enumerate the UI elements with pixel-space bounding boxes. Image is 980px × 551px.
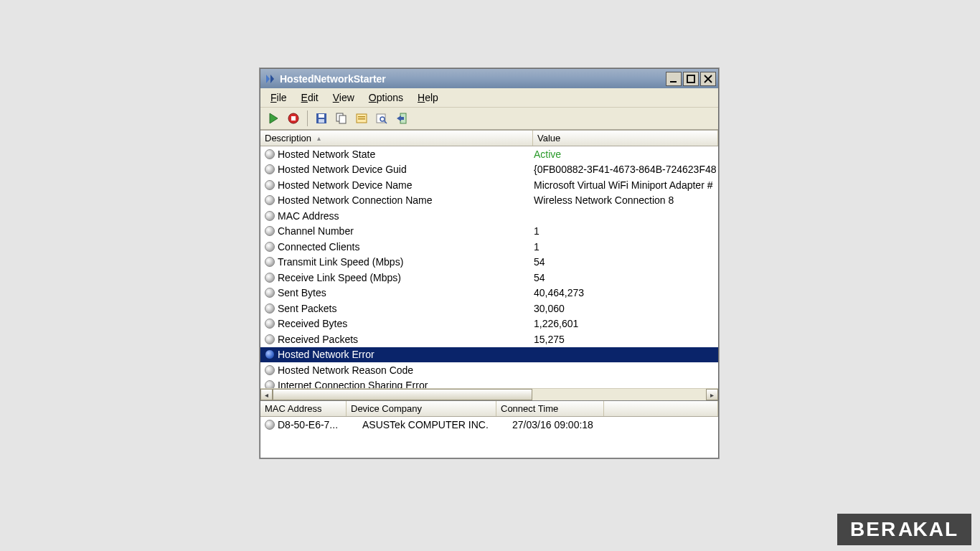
toolbar <box>260 107 718 130</box>
bullet-icon <box>265 420 275 430</box>
close-button[interactable] <box>700 72 716 86</box>
property-list: Description ▴ Value Hosted Network State… <box>260 130 718 400</box>
scroll-left-button[interactable]: ◂ <box>260 389 273 400</box>
column-mac[interactable]: MAC Address <box>260 401 347 416</box>
row-value: 30,060 <box>534 303 718 314</box>
app-window: HostedNetworkStarter File Edit View Opti… <box>260 68 719 458</box>
play-icon[interactable] <box>265 110 282 127</box>
exit-icon[interactable] <box>393 110 410 127</box>
row-description: Received Packets <box>278 334 534 345</box>
bullet-icon <box>265 149 275 159</box>
scroll-thumb[interactable] <box>273 389 532 400</box>
save-icon[interactable] <box>313 110 330 127</box>
row-description: Hosted Network State <box>278 149 534 160</box>
svg-rect-11 <box>358 118 365 120</box>
row-description: Sent Bytes <box>278 287 534 298</box>
table-row[interactable]: Internet Connection Sharing Error <box>260 378 718 389</box>
svg-rect-1 <box>687 75 694 83</box>
table-row[interactable]: Channel Number1 <box>260 224 718 240</box>
list-body[interactable]: Hosted Network StateActiveHosted Network… <box>260 146 718 388</box>
column-value[interactable]: Value <box>533 131 718 146</box>
table-row[interactable]: Hosted Network Device NameMicrosoft Virt… <box>260 177 718 193</box>
horizontal-scrollbar[interactable]: ◂ ▸ <box>260 388 718 400</box>
scroll-track[interactable] <box>273 389 706 400</box>
row-value: Wireless Network Connection 8 <box>534 194 718 206</box>
scroll-right-button[interactable]: ▸ <box>706 389 718 400</box>
table-row[interactable]: Received Bytes1,226,601 <box>260 316 718 332</box>
bullet-icon <box>265 180 275 190</box>
table-row[interactable]: Hosted Network Connection NameWireless N… <box>260 193 718 209</box>
svg-rect-6 <box>319 119 324 123</box>
column-company[interactable]: Device Company <box>347 401 496 416</box>
client-time: 27/03/16 09:00:18 <box>512 419 620 430</box>
table-row[interactable]: Transmit Link Speed (Mbps)54 <box>260 255 718 270</box>
row-description: Hosted Network Device Name <box>278 179 534 191</box>
bullet-icon <box>265 226 275 236</box>
minimize-button[interactable] <box>666 72 682 86</box>
menubar: File Edit View Options Help <box>260 88 718 107</box>
menu-file[interactable]: File <box>263 90 294 105</box>
properties-icon[interactable] <box>353 110 370 127</box>
bullet-icon <box>265 334 275 344</box>
bullet-icon <box>265 242 275 252</box>
list-header: Description ▴ Value <box>260 131 718 146</box>
row-value: 15,275 <box>534 334 718 345</box>
row-description: Channel Number <box>278 225 534 237</box>
row-value: Microsoft Virtual WiFi Miniport Adapter … <box>534 179 718 191</box>
bullet-icon <box>265 380 275 388</box>
table-row[interactable]: Hosted Network Error <box>260 347 718 363</box>
titlebar[interactable]: HostedNetworkStarter <box>260 69 718 88</box>
row-description: Internet Connection Sharing Error <box>278 380 534 388</box>
clients-header: MAC Address Device Company Connect Time <box>260 401 718 417</box>
column-spacer <box>604 401 718 416</box>
menu-options[interactable]: Options <box>362 90 410 105</box>
row-description: Hosted Network Error <box>278 349 534 360</box>
row-value: Active <box>534 149 718 160</box>
find-icon[interactable] <box>373 110 390 127</box>
toolbar-separator <box>307 110 308 126</box>
window-title: HostedNetworkStarter <box>280 73 666 85</box>
menu-help[interactable]: Help <box>410 90 446 105</box>
row-description: Hosted Network Device Guid <box>278 164 534 175</box>
stop-icon[interactable] <box>285 110 302 127</box>
row-value: 1,226,601 <box>534 318 718 329</box>
bullet-icon <box>265 288 275 298</box>
row-description: MAC Address <box>278 210 534 222</box>
bullet-icon <box>265 195 275 205</box>
table-row[interactable]: Received Packets15,275 <box>260 331 718 347</box>
clients-body[interactable]: D8-50-E6-7...ASUSTek COMPUTER INC.27/03/… <box>260 417 718 433</box>
row-value: 1 <box>534 241 718 253</box>
table-row[interactable]: Hosted Network Device Guid{0FB00882-3F41… <box>260 162 718 178</box>
row-description: Transmit Link Speed (Mbps) <box>278 256 534 268</box>
bullet-icon <box>265 349 275 359</box>
bullet-icon <box>265 257 275 267</box>
column-time[interactable]: Connect Time <box>496 401 604 416</box>
row-value: {0FB00882-3F41-4673-864B-724623F48 <box>534 164 718 175</box>
app-icon <box>264 73 275 85</box>
menu-edit[interactable]: Edit <box>294 90 326 105</box>
row-value: 1 <box>534 225 718 237</box>
svg-rect-8 <box>339 116 346 123</box>
bullet-icon <box>265 319 275 329</box>
table-row[interactable]: MAC Address <box>260 208 718 224</box>
table-row[interactable]: Sent Packets30,060 <box>260 301 718 316</box>
client-row[interactable]: D8-50-E6-7...ASUSTek COMPUTER INC.27/03/… <box>260 417 718 433</box>
svg-rect-5 <box>319 114 324 118</box>
table-row[interactable]: Hosted Network Reason Code <box>260 362 718 378</box>
table-row[interactable]: Connected Clients1 <box>260 239 718 255</box>
row-value: 54 <box>534 272 718 283</box>
sort-indicator-icon: ▴ <box>317 134 321 142</box>
menu-view[interactable]: View <box>326 90 362 105</box>
row-description: Receive Link Speed (Mbps) <box>278 272 534 283</box>
table-row[interactable]: Sent Bytes40,464,273 <box>260 286 718 301</box>
copy-icon[interactable] <box>333 110 350 127</box>
table-row[interactable]: Receive Link Speed (Mbps)54 <box>260 270 718 286</box>
bullet-icon <box>265 211 275 221</box>
column-description[interactable]: Description ▴ <box>260 131 533 146</box>
bullet-icon <box>265 303 275 314</box>
maximize-button[interactable] <box>683 72 699 86</box>
bullet-icon <box>265 365 275 375</box>
row-description: Sent Packets <box>278 303 534 314</box>
table-row[interactable]: Hosted Network StateActive <box>260 146 718 162</box>
row-description: Received Bytes <box>278 318 534 329</box>
